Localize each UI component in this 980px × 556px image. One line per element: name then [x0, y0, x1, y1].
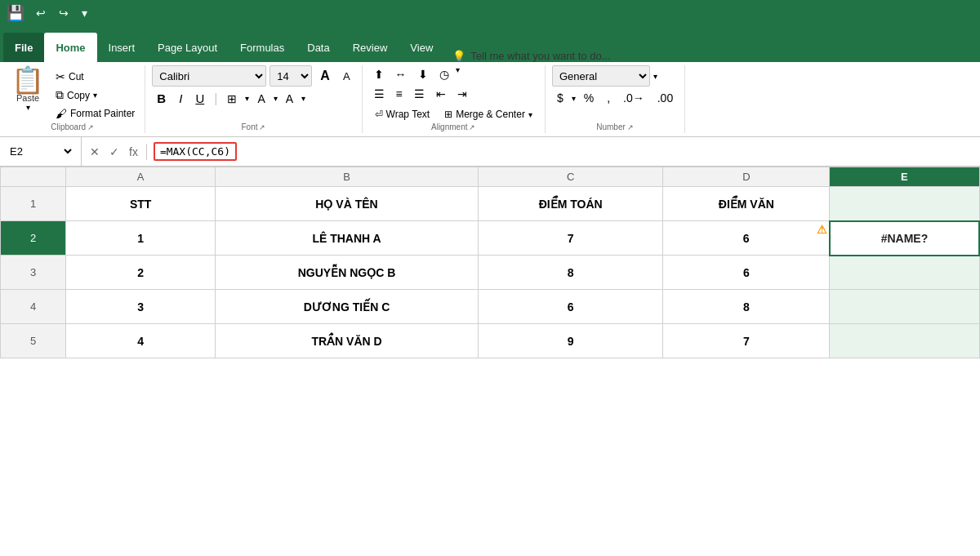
increase-indent-button[interactable]: ⇥ [452, 85, 472, 103]
tab-formulas[interactable]: Formulas [229, 33, 296, 62]
italic-button[interactable]: I [174, 89, 187, 108]
col-header-a[interactable]: A [66, 167, 216, 187]
font-expand-icon[interactable]: ↗ [259, 123, 265, 131]
align-bottom-button[interactable]: ⬇ [413, 65, 433, 83]
cell-a5[interactable]: 4 [66, 324, 216, 358]
format-painter-button[interactable]: 🖌 Format Painter [52, 105, 138, 122]
tab-data[interactable]: Data [296, 33, 341, 62]
cut-button[interactable]: ✂ Cut [52, 69, 138, 85]
cell-d5[interactable]: 7 [663, 324, 830, 358]
cell-e1[interactable] [830, 187, 979, 221]
currency-button[interactable]: $ [552, 89, 568, 107]
cell-b4[interactable]: DƯƠNG TIẾN C [216, 290, 479, 324]
tab-review[interactable]: Review [341, 33, 399, 62]
tab-insert[interactable]: Insert [97, 33, 147, 62]
undo-button[interactable]: ↩ [31, 5, 51, 21]
merge-center-button[interactable]: ⊞ Merge & Center ▾ [439, 106, 538, 122]
cancel-formula-button[interactable]: ✕ [87, 144, 103, 160]
copy-dropdown-icon[interactable]: ▾ [93, 91, 97, 100]
col-header-d[interactable]: D [663, 167, 830, 187]
cell-e3[interactable] [830, 256, 979, 290]
wrap-text-button[interactable]: ⏎ Wrap Text [369, 106, 436, 122]
cell-c5[interactable]: 9 [478, 324, 663, 358]
cell-a3[interactable]: 2 [66, 256, 216, 290]
cell-e5[interactable] [830, 324, 979, 358]
redo-button[interactable]: ↪ [54, 5, 74, 21]
cell-b1[interactable]: HỌ VÀ TÊN [216, 187, 479, 221]
text-angle-dropdown-icon[interactable]: ▾ [456, 65, 460, 83]
align-middle-button[interactable]: ↔ [390, 65, 412, 83]
cell-d4[interactable]: 8 [663, 290, 830, 324]
fill-color-button[interactable]: A [252, 90, 270, 108]
cell-d1[interactable]: ĐIỂM VĂN [663, 187, 830, 221]
customize-button[interactable]: ▾ [77, 5, 92, 21]
decrease-decimal-button[interactable]: .0→ [618, 89, 649, 107]
paste-button[interactable]: 📋 Paste ▾ [7, 65, 49, 113]
confirm-formula-button[interactable]: ✓ [106, 144, 122, 160]
currency-dropdown-icon[interactable]: ▾ [572, 94, 576, 103]
cell-c1[interactable]: ĐIỂM TOÁN [478, 187, 663, 221]
cell-b3[interactable]: NGUYỄN NGỌC B [216, 256, 479, 290]
copy-button[interactable]: ⧉ Copy ▾ [52, 87, 138, 104]
font-shrink-button[interactable]: A [338, 68, 355, 85]
merge-dropdown-icon[interactable]: ▾ [528, 110, 532, 119]
underline-button[interactable]: U [190, 89, 209, 108]
percent-button[interactable]: % [579, 89, 599, 107]
align-right-button[interactable]: ☰ [409, 85, 430, 103]
col-header-b[interactable]: B [216, 167, 479, 187]
formula-input[interactable]: =MAX(CC,C6) [154, 142, 237, 161]
text-angle-button[interactable]: ◷ [434, 65, 454, 83]
alignment-content: ⬆ ↔ ⬇ ◷ ▾ ☰ ≡ ☰ ⇤ ⇥ ⏎ Wrap Text [369, 65, 538, 122]
save-icon[interactable]: 💾 [7, 4, 24, 22]
font-color-button[interactable]: A [281, 90, 298, 108]
insert-function-button[interactable]: fx [126, 144, 141, 160]
tab-home[interactable]: Home [44, 33, 96, 62]
borders-dropdown-icon[interactable]: ▾ [245, 94, 249, 103]
number-group-label: Number ↗ [552, 122, 678, 133]
cell-e2[interactable]: #NAME? [830, 221, 979, 256]
tab-view[interactable]: View [399, 33, 444, 62]
paste-dropdown-icon[interactable]: ▾ [26, 103, 30, 112]
number-format-dropdown-icon[interactable]: ▾ [653, 72, 657, 81]
increase-decimal-button[interactable]: .00 [653, 89, 678, 107]
help-button[interactable]: 💡 Tell me what you want to do... [444, 50, 618, 62]
number-expand-icon[interactable]: ↗ [627, 123, 634, 131]
col-header-c[interactable]: C [478, 167, 663, 187]
clipboard-expand-icon[interactable]: ↗ [87, 123, 94, 131]
cell-a2[interactable]: 1 [66, 221, 216, 256]
cell-d3[interactable]: 6 [663, 256, 830, 290]
align-left-button[interactable]: ☰ [369, 85, 390, 103]
decrease-indent-button[interactable]: ⇤ [431, 85, 451, 103]
help-text: Tell me what you want to do... [470, 50, 610, 62]
number-format-row: General ▾ [552, 65, 657, 87]
number-format-select[interactable]: General [552, 65, 650, 87]
cell-a1[interactable]: STT [66, 187, 216, 221]
alignment-expand-icon[interactable]: ↗ [469, 123, 475, 131]
align-top-button[interactable]: ⬆ [369, 65, 389, 83]
font-family-select[interactable]: Calibri [152, 65, 266, 87]
cell-b2[interactable]: LÊ THANH A [216, 221, 479, 256]
comma-button[interactable]: , [602, 89, 615, 107]
align-center-button[interactable]: ≡ [391, 85, 408, 103]
borders-button[interactable]: ⊞ [222, 90, 242, 108]
tab-page-layout[interactable]: Page Layout [146, 33, 229, 62]
tab-file[interactable]: File [3, 33, 44, 62]
cell-b5[interactable]: TRẦN VĂN D [216, 324, 479, 358]
font-size-select[interactable]: 14 [270, 65, 312, 87]
fill-dropdown-icon[interactable]: ▾ [274, 94, 278, 103]
cell-d2[interactable]: 6 ⚠ [663, 221, 830, 256]
col-header-e[interactable]: E [830, 167, 979, 187]
table-row: 4 3 DƯƠNG TIẾN C 6 8 [1, 290, 980, 324]
row-num-5: 5 [1, 324, 66, 358]
cell-c2[interactable]: 7 [478, 221, 663, 256]
cell-c3[interactable]: 8 [478, 256, 663, 290]
font-grow-button[interactable]: A [315, 66, 335, 86]
cell-ref-select[interactable]: E2 [7, 145, 74, 158]
cell-c4[interactable]: 6 [478, 290, 663, 324]
bold-button[interactable]: B [152, 89, 171, 108]
font-color-dropdown-icon[interactable]: ▾ [301, 94, 305, 103]
cell-e4[interactable] [830, 290, 979, 324]
cell-a4[interactable]: 3 [66, 290, 216, 324]
formula-bar: E2 ✕ ✓ fx =MAX(CC,C6) [0, 137, 980, 167]
clipboard-content: 📋 Paste ▾ ✂ Cut ⧉ Copy ▾ 🖌 Format Painte… [7, 65, 138, 122]
